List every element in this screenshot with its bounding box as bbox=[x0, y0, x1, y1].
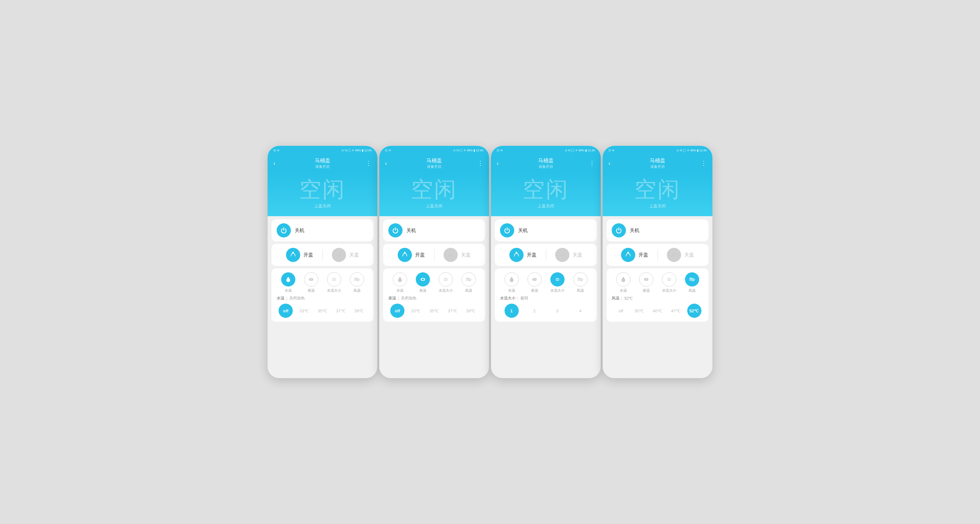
func-item-water_temp[interactable]: 水温 bbox=[616, 272, 630, 293]
func-item-wind_temp[interactable]: 风温 bbox=[461, 272, 476, 293]
option-33[interactable]: 33℃ bbox=[297, 303, 311, 318]
option-39[interactable]: 39℃ bbox=[352, 303, 366, 318]
device-status: 设备开启 bbox=[504, 164, 587, 169]
svg-point-25 bbox=[557, 278, 558, 279]
back-button[interactable]: ‹ bbox=[497, 160, 504, 167]
option-1[interactable]: 1 bbox=[504, 303, 519, 318]
lid-status: 上盖关闭 bbox=[314, 203, 331, 209]
power-button[interactable] bbox=[612, 223, 626, 238]
func-item-seat_temp[interactable]: 座温 bbox=[639, 272, 653, 293]
lid-close-label: 关盖 bbox=[684, 252, 694, 258]
power-button[interactable] bbox=[500, 223, 514, 238]
lid-close-button[interactable] bbox=[555, 248, 570, 262]
lid-open-section: 开盖 bbox=[388, 248, 434, 262]
header: ‹ 马桶盖 设备开启 ⋮ bbox=[491, 155, 601, 172]
svg-point-19 bbox=[444, 280, 445, 281]
func-item-seat_temp[interactable]: 座温 bbox=[416, 272, 430, 293]
option-off[interactable]: off bbox=[390, 303, 404, 318]
menu-button[interactable]: ⋮ bbox=[364, 160, 372, 167]
power-button[interactable] bbox=[388, 223, 402, 238]
func-icon-flow bbox=[439, 272, 453, 286]
lid-open-button[interactable] bbox=[621, 248, 635, 262]
func-label-flow: 水流大小 bbox=[550, 288, 565, 293]
option-4[interactable]: 4 bbox=[573, 303, 587, 318]
svg-point-7 bbox=[335, 279, 336, 280]
power-label: 关机 bbox=[630, 227, 640, 233]
func-item-water_temp[interactable]: 水温 bbox=[281, 272, 295, 293]
option-30[interactable]: 30℃ bbox=[632, 303, 646, 318]
func-label-water_temp: 水温 bbox=[620, 288, 627, 293]
option-3[interactable]: 3 bbox=[550, 303, 565, 318]
back-button[interactable]: ‹ bbox=[608, 160, 616, 167]
option-35[interactable]: 35℃ bbox=[315, 303, 329, 318]
svg-point-30 bbox=[556, 280, 557, 281]
option-37[interactable]: 37℃ bbox=[445, 303, 460, 318]
func-item-flow[interactable]: 水流大小 bbox=[662, 272, 676, 293]
svg-point-20 bbox=[445, 280, 446, 281]
func-item-wind_temp[interactable]: 风温 bbox=[685, 272, 699, 293]
svg-point-5 bbox=[332, 279, 333, 280]
svg-point-37 bbox=[670, 278, 671, 279]
lid-open-button[interactable] bbox=[398, 248, 412, 262]
func-icon-flow bbox=[327, 272, 341, 286]
settings-val: 关闭加热 bbox=[289, 295, 305, 301]
lid-open-button[interactable] bbox=[509, 248, 523, 262]
menu-button[interactable]: ⋮ bbox=[476, 160, 483, 167]
function-row: 水温 座温 水流大小 风温 bbox=[277, 272, 368, 295]
settings-sep: | bbox=[621, 296, 622, 301]
option-37[interactable]: 37℃ bbox=[334, 303, 348, 318]
settings-val: 52℃ bbox=[624, 296, 633, 301]
option-off[interactable]: off bbox=[614, 303, 628, 318]
svg-point-28 bbox=[557, 279, 558, 280]
header: ‹ 马桶盖 设备开启 ⋮ bbox=[379, 155, 489, 172]
status-left: ⊡ ≋ bbox=[608, 149, 615, 152]
func-icon-water_temp bbox=[393, 272, 407, 286]
func-label-water_temp: 水温 bbox=[396, 288, 404, 293]
status-icons-right: ⊙ N ◯ ✳ 89% ▮ 12:40 bbox=[453, 149, 483, 152]
back-button[interactable]: ‹ bbox=[274, 160, 281, 167]
lid-open-button[interactable] bbox=[286, 248, 300, 262]
option-40[interactable]: 40℃ bbox=[651, 303, 665, 318]
func-item-water_temp[interactable]: 水温 bbox=[504, 272, 519, 293]
func-item-seat_temp[interactable]: 座温 bbox=[304, 272, 318, 293]
svg-point-38 bbox=[667, 279, 668, 280]
option-off[interactable]: off bbox=[278, 303, 293, 318]
back-button[interactable]: ‹ bbox=[385, 160, 393, 167]
option-39[interactable]: 39℃ bbox=[464, 303, 478, 318]
option-2[interactable]: 2 bbox=[527, 303, 542, 318]
status-bar: ⊡ ≋ ⊙ N ◯ ✳ 89% ▮ 12:40 bbox=[603, 146, 713, 155]
func-item-wind_temp[interactable]: 风温 bbox=[573, 272, 587, 293]
settings-key: 座温 bbox=[388, 295, 396, 301]
func-label-wind_temp: 风温 bbox=[353, 288, 361, 293]
option-35[interactable]: 35℃ bbox=[427, 303, 441, 318]
option-47[interactable]: 47℃ bbox=[669, 303, 683, 318]
func-label-wind_temp: 风温 bbox=[577, 288, 584, 293]
lid-open-section: 开盖 bbox=[277, 248, 323, 262]
option-52[interactable]: 52℃ bbox=[687, 303, 702, 318]
lid-card: 开盖 关盖 bbox=[383, 244, 485, 266]
power-button[interactable] bbox=[277, 223, 291, 238]
settings-sep: | bbox=[517, 296, 519, 301]
function-row: 水温 座温 水流大小 风温 bbox=[500, 272, 592, 295]
svg-rect-34 bbox=[645, 279, 647, 280]
func-item-seat_temp[interactable]: 座温 bbox=[527, 272, 542, 293]
menu-button[interactable]: ⋮ bbox=[587, 160, 595, 167]
device-status: 设备开启 bbox=[393, 164, 476, 169]
func-item-flow[interactable]: 水流大小 bbox=[550, 272, 565, 293]
func-item-flow[interactable]: 水流大小 bbox=[327, 272, 341, 293]
lid-close-button[interactable] bbox=[667, 248, 681, 262]
lid-open-section: 开盖 bbox=[612, 248, 657, 262]
func-item-flow[interactable]: 水流大小 bbox=[439, 272, 453, 293]
svg-rect-12 bbox=[422, 279, 424, 280]
svg-point-40 bbox=[670, 279, 671, 280]
menu-button[interactable]: ⋮ bbox=[699, 160, 706, 167]
power-card: 关机 bbox=[495, 219, 597, 241]
option-33[interactable]: 33℃ bbox=[409, 303, 423, 318]
power-card: 关机 bbox=[606, 219, 708, 241]
lid-close-button[interactable] bbox=[444, 248, 458, 262]
lid-close-button[interactable] bbox=[332, 248, 346, 262]
func-item-water_temp[interactable]: 水温 bbox=[393, 272, 407, 293]
status-icons-right: ⊙ N ◯ ✳ 89% ▮ 12:40 bbox=[342, 149, 372, 152]
settings-label-row: 水温 | 关闭加热 bbox=[277, 295, 368, 301]
func-item-wind_temp[interactable]: 风温 bbox=[350, 272, 364, 293]
